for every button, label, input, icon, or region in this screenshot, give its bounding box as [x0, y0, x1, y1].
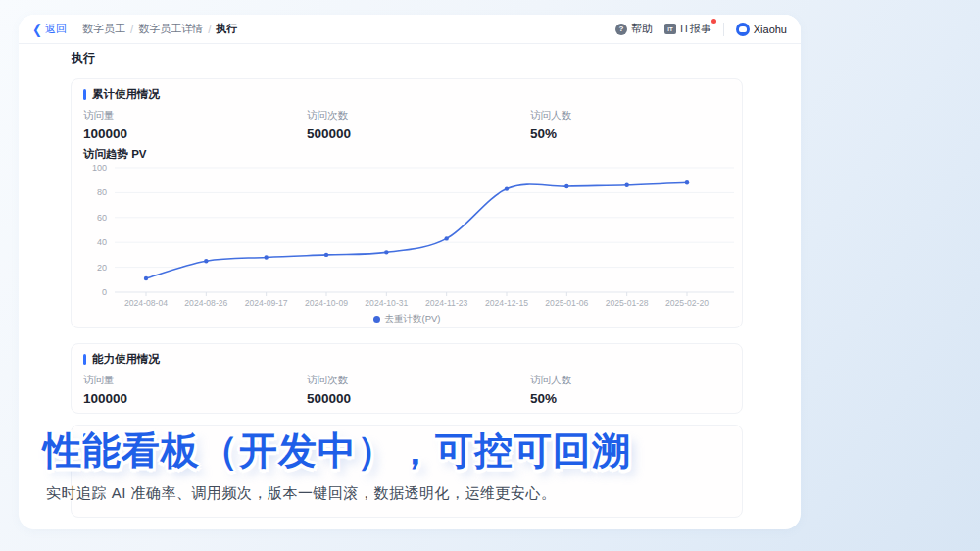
svg-text:60: 60 [97, 213, 107, 223]
stat-label: 访问人数 [530, 374, 571, 387]
stat-label: 访问量 [83, 374, 127, 387]
pv-trend-line-chart: 0204060801002024-08-042024-08-262024-09-… [75, 160, 742, 309]
stat-label: 访问次数 [307, 109, 351, 123]
nav-divider [723, 23, 724, 36]
svg-text:0: 0 [102, 287, 107, 297]
page-title: 执行 [72, 50, 95, 67]
stat-label: 访问次数 [307, 374, 351, 387]
stat-label: 访问量 [83, 109, 127, 123]
stat-value: 100000 [83, 126, 127, 141]
stat-value: 50% [530, 391, 571, 406]
it-report-icon: IT [664, 24, 676, 34]
nav-right: ? 帮助 IT IT报事 Xiaohu [615, 22, 787, 36]
svg-text:2024-10-31: 2024-10-31 [365, 298, 408, 308]
stat-visit-count: 访问次数 500000 [307, 109, 351, 141]
chart-legend[interactable]: 去重计数(PV) [72, 313, 742, 326]
section-title: 能力使用情况 [92, 352, 160, 367]
stat-visit-count: 访问次数 500000 [307, 374, 351, 406]
svg-text:2024-12-15: 2024-12-15 [485, 298, 528, 308]
stat-visits: 访问量 100000 [83, 109, 127, 141]
breadcrumb-item-digital-employee[interactable]: 数字员工 [82, 22, 125, 36]
app-background: ❮ 返回 数字员工 / 数字员工详情 / 执行 ? 帮助 IT IT报事 [0, 0, 980, 551]
section-header: 能力使用情况 [83, 352, 160, 367]
hero-subtitle: 实时追踪 AI 准确率、调用频次，版本一键回滚，数据透明化，运维更安心。 [46, 484, 557, 503]
section-title: 累计使用情况 [92, 87, 160, 102]
top-navbar: ❮ 返回 数字员工 / 数字员工详情 / 执行 ? 帮助 IT IT报事 [19, 15, 801, 44]
user-name: Xiaohu [754, 24, 787, 35]
legend-dot-icon [373, 316, 380, 323]
stat-value: 500000 [307, 126, 351, 141]
svg-text:2025-02-20: 2025-02-20 [665, 298, 709, 308]
breadcrumb-separator: / [208, 24, 211, 35]
help-button[interactable]: ? 帮助 [615, 22, 653, 36]
capability-usage-card: 能力使用情况 访问量 100000 访问次数 500000 访问人数 50% [71, 343, 743, 414]
breadcrumb-item-current: 执行 [216, 22, 237, 36]
stat-value: 500000 [307, 391, 351, 406]
stat-visitors: 访问人数 50% [530, 374, 571, 406]
svg-text:2024-09-17: 2024-09-17 [245, 298, 288, 308]
svg-text:2025-01-06: 2025-01-06 [545, 298, 588, 308]
svg-text:2024-08-26: 2024-08-26 [184, 298, 227, 308]
breadcrumb-separator: / [130, 24, 133, 35]
stat-visitors: 访问人数 50% [530, 109, 571, 141]
svg-text:20: 20 [97, 263, 107, 273]
notification-badge-dot [711, 19, 716, 24]
section-header: 累计使用情况 [83, 87, 160, 102]
svg-text:40: 40 [97, 237, 107, 247]
help-label: 帮助 [631, 22, 653, 36]
avatar [736, 23, 750, 36]
svg-text:2024-11-23: 2024-11-23 [425, 298, 468, 308]
stat-value: 50% [530, 126, 571, 141]
back-button[interactable]: ❮ 返回 [32, 22, 67, 36]
stat-visits: 访问量 100000 [83, 374, 127, 406]
section-marker [83, 89, 86, 100]
legend-label: 去重计数(PV) [385, 313, 441, 326]
svg-text:2024-08-04: 2024-08-04 [124, 298, 168, 308]
question-circle-icon: ? [615, 24, 627, 35]
svg-text:80: 80 [97, 187, 107, 197]
it-report-button[interactable]: IT IT报事 [664, 22, 711, 36]
it-report-label: IT报事 [680, 22, 711, 36]
cumulative-usage-card: 累计使用情况 访问量 100000 访问次数 500000 访问人数 50% 访… [71, 78, 743, 328]
user-menu[interactable]: Xiaohu [736, 23, 787, 36]
stat-label: 访问人数 [530, 109, 571, 123]
stat-value: 100000 [83, 391, 127, 406]
breadcrumb: 数字员工 / 数字员工详情 / 执行 [82, 22, 237, 36]
svg-text:2025-01-28: 2025-01-28 [606, 298, 649, 308]
chevron-left-icon: ❮ [32, 23, 42, 36]
section-marker [83, 354, 86, 365]
hero-title: 性能看板（开发中），可控可回溯 [43, 425, 631, 477]
back-label: 返回 [45, 22, 67, 36]
svg-text:2024-10-09: 2024-10-09 [305, 298, 348, 308]
svg-text:100: 100 [92, 163, 107, 173]
breadcrumb-item-detail[interactable]: 数字员工详情 [138, 22, 203, 36]
nav-left: ❮ 返回 数字员工 / 数字员工详情 / 执行 [32, 22, 237, 36]
